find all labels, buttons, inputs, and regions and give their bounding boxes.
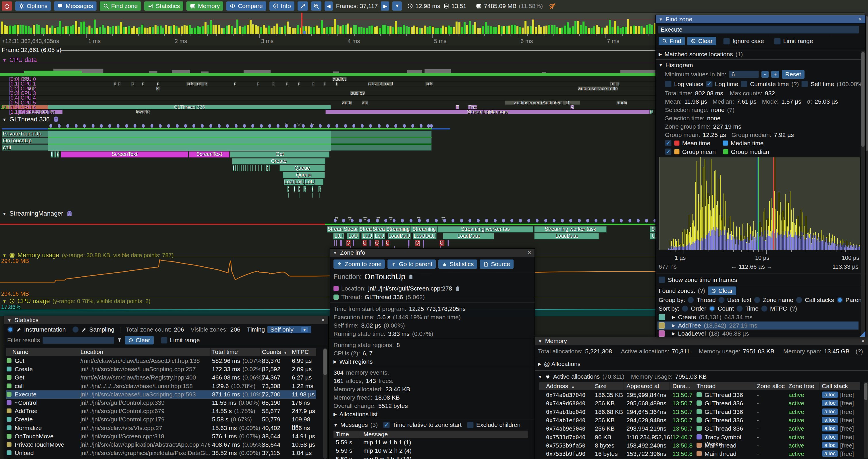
- message-dot[interactable]: [142, 124, 145, 128]
- timeline-zone[interactable]: C(: [363, 240, 367, 246]
- column-header-size[interactable]: Size: [595, 383, 607, 390]
- go-to-parent-button[interactable]: Go to parent: [388, 260, 436, 269]
- message-dot[interactable]: [176, 124, 179, 128]
- message-dot[interactable]: [460, 219, 463, 223]
- message-row[interactable]: 5.59 smip 10 w 2 h 2 (4): [334, 447, 528, 455]
- zoom-to-zone-button[interactable]: Zoom to zone: [334, 260, 385, 269]
- timeline-zone[interactable]: [54, 151, 56, 158]
- timeline-zone[interactable]: [382, 240, 383, 246]
- timeline-zone[interactable]: LoU: [347, 233, 360, 239]
- message-dot[interactable]: [100, 124, 103, 128]
- cumulate-time-checkbox[interactable]: [741, 81, 747, 87]
- message-dot[interactable]: [108, 124, 111, 128]
- message-dot[interactable]: [376, 219, 379, 223]
- message-dot[interactable]: [628, 219, 631, 223]
- cpu-zone[interactable]: A(: [570, 105, 574, 109]
- message-dot[interactable]: [336, 124, 338, 128]
- message-dot[interactable]: [117, 124, 120, 128]
- table-row[interactable]: Normalizejni/../jni/src/claw/vfs/Vfs.cpp…: [6, 424, 316, 432]
- timeline-zone[interactable]: LoadData: [534, 233, 599, 239]
- message-dot[interactable]: [553, 219, 556, 223]
- marker-icon[interactable]: ▽: [389, 216, 393, 221]
- table-row[interactable]: Createjni/../jni/src/claw/base/LuaScript…: [6, 365, 316, 373]
- timeline-zone[interactable]: (: [287, 186, 289, 192]
- group-by-radio-user-text[interactable]: [718, 297, 725, 303]
- table-row[interactable]: Createjni/../jni/src/guif/Control.cpp:17…: [6, 415, 316, 424]
- alloc-callstack-button[interactable]: alloc: [822, 400, 838, 406]
- message-dot[interactable]: [410, 219, 412, 223]
- timeline-zone[interactable]: C(: [346, 240, 351, 246]
- clipboard-icon[interactable]: [408, 274, 414, 280]
- timeline-zone[interactable]: Create: [232, 158, 326, 164]
- frame-down-button[interactable]: ▼: [392, 1, 402, 11]
- cpu-zone[interactable]: mi_t: [610, 81, 620, 86]
- resize-grip[interactable]: [860, 331, 865, 337]
- cpu-zone[interactable]: c: [323, 81, 326, 86]
- timeline-zone[interactable]: C(: [375, 240, 379, 246]
- expand-icon[interactable]: ▶: [672, 323, 675, 328]
- find-zone-titlebar[interactable]: ▼ Find zone ×: [656, 15, 865, 23]
- timeline-zone[interactable]: [299, 193, 300, 198]
- message-dot[interactable]: [159, 124, 162, 128]
- message-dot[interactable]: [378, 124, 380, 128]
- timeline-zone[interactable]: Strear: [343, 226, 359, 232]
- message-dot[interactable]: [352, 124, 355, 128]
- cpu-zone[interactable]: c: [234, 81, 236, 86]
- close-icon[interactable]: ×: [861, 337, 865, 345]
- marker-icon[interactable]: ▽: [297, 122, 301, 127]
- cpu-zone[interactable]: k\: [156, 87, 160, 91]
- statistics-button[interactable]: Statistics: [144, 1, 183, 11]
- timeline-zone[interactable]: LoUp: [305, 179, 315, 185]
- timeline-zone[interactable]: LoadData: [443, 233, 494, 239]
- timeline-zone[interactable]: [447, 240, 449, 246]
- message-dot[interactable]: [235, 124, 238, 128]
- power-button[interactable]: [2, 1, 12, 11]
- message-dot[interactable]: [66, 124, 69, 128]
- message-dot[interactable]: [435, 219, 438, 223]
- close-icon[interactable]: ×: [527, 249, 531, 256]
- expand-icon[interactable]: ▶: [334, 412, 337, 417]
- exclude-children-checkbox[interactable]: [467, 422, 474, 428]
- message-dot[interactable]: [293, 124, 297, 128]
- allocation-row[interactable]: 0x74a9d37040186.35 KB295,999,844ns13:50.…: [539, 391, 860, 399]
- message-dot[interactable]: [151, 124, 153, 128]
- timeline-zone[interactable]: [423, 240, 424, 246]
- timeline-zone[interactable]: ScreenText: [189, 151, 229, 158]
- found-zone-group[interactable]: ▶LoadLevel(18)406.88 µs: [657, 330, 859, 337]
- message-dot[interactable]: [277, 124, 279, 128]
- thread-header[interactable]: ▼GLThread 336: [2, 116, 59, 123]
- timeline-zone[interactable]: [353, 240, 354, 246]
- timeline-zone[interactable]: C(: [385, 240, 390, 246]
- timeline-zone[interactable]: [250, 165, 251, 171]
- sort-by-radio-mtpc[interactable]: [761, 305, 768, 312]
- timeline-zone[interactable]: LoU: [361, 233, 373, 239]
- column-header-dura-[interactable]: Dura...: [673, 383, 690, 390]
- message-dot[interactable]: [92, 124, 94, 128]
- alloc-callstack-button[interactable]: alloc: [822, 408, 838, 415]
- message-dot[interactable]: [401, 219, 404, 223]
- timeline-zone[interactable]: [245, 165, 246, 171]
- message-dot[interactable]: [310, 124, 313, 128]
- cpu-zone[interactable]: c: [285, 81, 288, 86]
- column-header-call-stack[interactable]: Call stack: [822, 383, 848, 390]
- message-dot[interactable]: [125, 124, 128, 128]
- timeline-zone[interactable]: |~: [318, 186, 321, 192]
- cpu-zone[interactable]: c: [312, 81, 314, 86]
- cpu-zone[interactable]: audioser: [350, 91, 365, 95]
- timeline-zone[interactable]: E: [232, 165, 234, 171]
- message-dot[interactable]: [359, 219, 362, 223]
- timeline-zone[interactable]: LoadDaU: [413, 233, 437, 239]
- sort-by-radio-time[interactable]: [737, 305, 743, 312]
- funnel-icon[interactable]: [117, 337, 122, 343]
- clear-found-button[interactable]: Clear: [708, 287, 736, 295]
- memory-scrollbar[interactable]: [864, 382, 868, 458]
- collapse-icon[interactable]: ▼: [7, 318, 11, 323]
- timeline-zone[interactable]: [369, 240, 371, 246]
- message-dot[interactable]: [418, 219, 421, 223]
- column-header-counts[interactable]: Counts▼: [262, 349, 287, 355]
- log-values-checkbox[interactable]: [665, 81, 672, 87]
- timeline-zone[interactable]: |~: [303, 186, 306, 192]
- timeline-zone[interactable]: [319, 193, 320, 198]
- message-dot[interactable]: [561, 219, 564, 223]
- message-dot[interactable]: [384, 219, 387, 223]
